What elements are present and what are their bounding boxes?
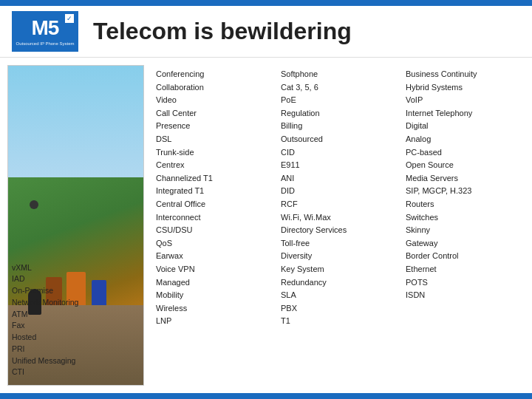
list-item: Voice VPN — [156, 263, 269, 276]
list-item: Wi.Fi, Wi.Max — [281, 211, 394, 225]
list-item: Collaboration — [156, 81, 269, 95]
list-item: E911 — [281, 159, 394, 172]
list-item: Routers — [406, 198, 519, 211]
list-item: Centrex — [156, 159, 269, 172]
list-item: CSU/DSU — [156, 224, 269, 237]
column-2: SoftphoneCat 3, 5, 6PoERegulationBilling… — [275, 65, 400, 386]
column-3: Business ContinuityHybrid SystemsVoIPInt… — [400, 65, 525, 386]
main-content: vXMLIADOn-PremiseNetwork MonitoringATMFa… — [0, 58, 532, 393]
list-item: Presence — [156, 120, 269, 133]
list-item: Softphone — [281, 68, 394, 81]
list-item: Central Office — [156, 198, 269, 211]
list-item: Media Servers — [406, 172, 519, 185]
logo: M5 Outsourced IP Phone System — [12, 11, 78, 52]
column-1: ConferencingCollaborationVideoCall Cente… — [150, 65, 275, 386]
list-item: Cat 3, 5, 6 — [281, 81, 394, 95]
list-item: Video — [156, 94, 269, 107]
hero-image: vXMLIADOn-PremiseNetwork MonitoringATMFa… — [7, 65, 144, 386]
list-item: Diversity — [281, 250, 394, 263]
list-item: PBX — [281, 302, 394, 316]
left-list-item: Unified Messaging — [12, 355, 78, 367]
list-item: QoS — [156, 237, 269, 250]
list-item: Conferencing — [156, 68, 269, 81]
sky-element — [8, 66, 143, 177]
text-columns: ConferencingCollaborationVideoCall Cente… — [150, 65, 525, 386]
top-bar — [0, 0, 532, 6]
list-item: Regulation — [281, 107, 394, 120]
page-title: Telecom is bewildering — [93, 18, 352, 45]
list-item: Mobility — [156, 289, 269, 302]
list-item: RCF — [281, 198, 394, 211]
list-item: Wireless — [156, 302, 269, 316]
list-item: Redundancy — [281, 276, 394, 290]
list-item: Open Source — [406, 159, 519, 172]
left-list-item: Network Monitoring — [12, 297, 78, 309]
bottom-bar — [0, 393, 532, 399]
list-item: Integrated T1 — [156, 185, 269, 198]
list-item: Outsourced — [281, 133, 394, 146]
list-item: PC-based — [406, 146, 519, 160]
list-item: SIP, MGCP, H.323 — [406, 185, 519, 198]
list-item: VoIP — [406, 94, 519, 107]
list-item: Switches — [406, 211, 519, 225]
list-item: Directory Services — [281, 224, 394, 237]
list-item: ANI — [281, 172, 394, 185]
list-item: ISDN — [406, 289, 519, 302]
list-item: DID — [281, 185, 394, 198]
door-right — [92, 280, 106, 305]
list-item: Gateway — [406, 237, 519, 250]
logo-text: M5 — [32, 16, 59, 40]
list-item: Channelized T1 — [156, 172, 269, 185]
left-list-item: ATM — [12, 309, 78, 321]
list-item: Business Continuity — [406, 68, 519, 81]
list-item: LNP — [156, 315, 269, 328]
list-item: Hybrid Systems — [406, 81, 519, 95]
list-item: Analog — [406, 133, 519, 146]
list-item: Border Control — [406, 250, 519, 263]
list-item: Trunk-side — [156, 146, 269, 160]
list-item: CID — [281, 146, 394, 160]
list-item: Skinny — [406, 224, 519, 237]
list-item: Key System — [281, 263, 394, 276]
person-head — [30, 200, 38, 209]
list-item: POTS — [406, 276, 519, 290]
list-item: Ethernet — [406, 263, 519, 276]
left-list-item: vXML — [12, 262, 78, 274]
logo-check — [65, 14, 74, 23]
list-item: SLA — [281, 289, 394, 302]
list-item: PoE — [281, 94, 394, 107]
list-item: Managed — [156, 276, 269, 290]
list-item: Interconnect — [156, 211, 269, 225]
list-item: DSL — [156, 133, 269, 146]
logo-subtitle: Outsourced IP Phone System — [16, 41, 75, 47]
left-list-item: PRI — [12, 344, 78, 355]
list-item: Internet Telephony — [406, 107, 519, 120]
left-list-item: Hosted — [12, 332, 78, 344]
list-item: T1 — [281, 315, 394, 328]
list-item: Digital — [406, 120, 519, 133]
header: M5 Outsourced IP Phone System Telecom is… — [0, 6, 532, 58]
left-list-item: On-Premise — [12, 285, 78, 297]
list-item: Call Center — [156, 107, 269, 120]
left-list-item: Fax — [12, 320, 78, 332]
list-item: Billing — [281, 120, 394, 133]
left-list-item: IAD — [12, 273, 78, 285]
list-item: Toll-free — [281, 237, 394, 250]
list-item: Earwax — [156, 250, 269, 263]
left-list-item: CTI — [12, 366, 78, 378]
left-text-list: vXMLIADOn-PremiseNetwork MonitoringATMFa… — [12, 262, 78, 379]
